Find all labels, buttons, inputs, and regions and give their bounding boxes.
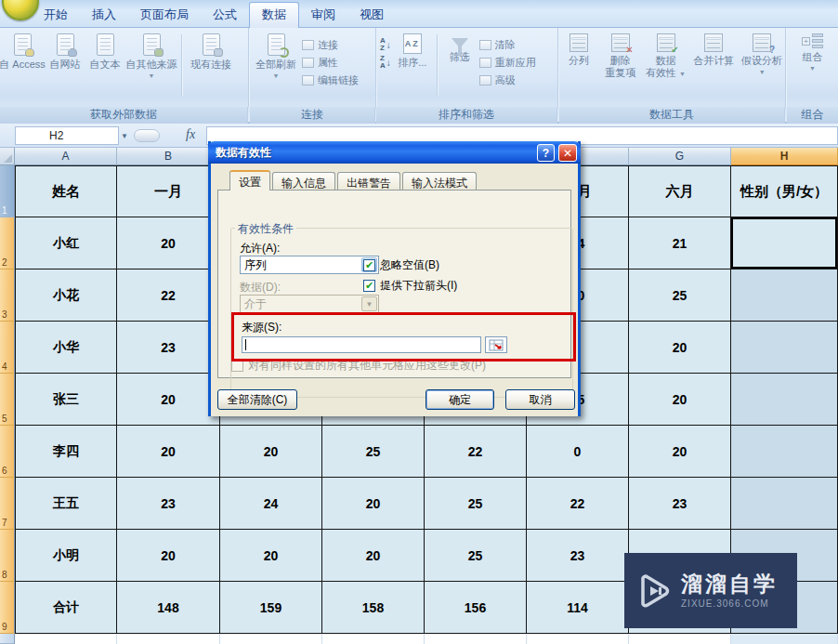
text-to-columns-button[interactable]: 分列	[559, 31, 598, 101]
row-header-8[interactable]: 8	[0, 530, 15, 582]
dialog-tab-ime-mode[interactable]: 输入法模式	[402, 172, 477, 191]
cell-A2[interactable]: 小红	[15, 217, 117, 269]
tab-insert[interactable]: 插入	[80, 3, 128, 28]
dialog-tab-error-alert[interactable]: 出错警告	[337, 172, 400, 191]
dialog-tab-settings[interactable]: 设置	[229, 170, 270, 191]
row-header-4[interactable]: 4	[0, 322, 15, 374]
name-box-dropdown-icon[interactable]: ▼	[121, 132, 128, 140]
cell-A6[interactable]: 李四	[15, 426, 117, 478]
cell-H1[interactable]: 性别（男/女）	[731, 165, 838, 217]
cell-D6[interactable]: 25	[322, 426, 425, 478]
group-button[interactable]: + 组合 ▼	[791, 31, 835, 101]
cell-B3[interactable]: 22	[117, 269, 220, 322]
existing-connections-button[interactable]: 现有连接	[185, 31, 237, 101]
cell-B4[interactable]: 23	[117, 322, 220, 374]
cell-C6[interactable]: 20	[220, 426, 322, 478]
cell-E7[interactable]: 25	[425, 478, 527, 530]
cell-A8[interactable]: 小明	[15, 530, 117, 582]
cell-F8[interactable]: 23	[527, 530, 629, 582]
cell-C7[interactable]: 24	[220, 478, 322, 530]
cell-B8[interactable]: 20	[117, 530, 220, 582]
cell-B7[interactable]: 23	[117, 478, 220, 530]
cell-H7[interactable]	[731, 478, 838, 530]
cell-G4[interactable]: 20	[629, 322, 731, 374]
cell-F7[interactable]: 22	[527, 478, 629, 530]
cell-H2[interactable]	[731, 217, 838, 269]
connections-button[interactable]: 连接	[302, 37, 359, 52]
cell-B10[interactable]	[117, 634, 220, 644]
cell-H5[interactable]	[731, 374, 838, 426]
cell-A7[interactable]: 王五	[15, 478, 117, 530]
from-access-button[interactable]: 自 Access	[0, 31, 45, 101]
cell-G10[interactable]	[629, 634, 731, 644]
row-header-1[interactable]: 1	[0, 165, 15, 217]
col-header-B[interactable]: B	[117, 148, 220, 165]
cell-G7[interactable]: 23	[629, 478, 731, 530]
clear-all-button[interactable]: 全部清除(C)	[217, 389, 297, 410]
cell-G1[interactable]: 六月	[629, 165, 731, 217]
dialog-tab-input-message[interactable]: 输入信息	[272, 172, 335, 191]
cell-E10[interactable]	[425, 634, 527, 644]
cell-F6[interactable]: 0	[527, 426, 629, 478]
cell-C8[interactable]: 20	[220, 530, 322, 582]
properties-button[interactable]: 属性	[302, 55, 359, 70]
tab-data[interactable]: 数据	[249, 2, 299, 28]
col-header-H[interactable]: H	[731, 148, 838, 165]
cell-A1[interactable]: 姓名	[15, 165, 117, 217]
sort-za-button[interactable]: ZA↓	[380, 55, 391, 70]
clear-filter-button[interactable]: 清除	[479, 37, 536, 52]
sort-az-button[interactable]: AZ↓	[380, 37, 391, 52]
tab-review[interactable]: 审阅	[299, 3, 347, 28]
cell-F9[interactable]: 114	[527, 582, 629, 634]
ignore-blank-checkbox[interactable]: ✔ 忽略空值(B)	[363, 257, 439, 273]
tab-home[interactable]: 开始	[32, 3, 80, 28]
cell-G2[interactable]: 21	[629, 217, 731, 269]
refresh-all-button[interactable]: 全部刷新 ▼	[250, 31, 302, 101]
row-header-3[interactable]: 3	[0, 269, 15, 322]
name-box[interactable]: H2	[15, 126, 119, 145]
edit-links-button[interactable]: 编辑链接	[302, 72, 359, 87]
row-header-2[interactable]: 2	[0, 217, 15, 269]
cell-A4[interactable]: 小华	[15, 322, 117, 374]
allow-select[interactable]: 序列 ▼	[240, 256, 379, 274]
cell-H6[interactable]	[731, 426, 838, 478]
col-header-G[interactable]: G	[629, 148, 731, 165]
ok-button[interactable]: 确定	[426, 389, 494, 410]
cell-G5[interactable]: 20	[629, 374, 731, 426]
cell-A5[interactable]: 张三	[15, 374, 117, 426]
cell-F10[interactable]	[527, 634, 629, 644]
row-header-5[interactable]: 5	[0, 374, 15, 426]
advanced-filter-button[interactable]: 高级	[479, 72, 536, 87]
cell-E6[interactable]: 22	[425, 426, 527, 478]
select-all-corner[interactable]	[0, 148, 15, 165]
cell-B9[interactable]: 148	[117, 582, 220, 634]
cell-E9[interactable]: 156	[425, 582, 527, 634]
in-cell-dropdown-checkbox[interactable]: ✔ 提供下拉箭头(I)	[363, 278, 457, 294]
tab-formulas[interactable]: 公式	[201, 3, 249, 28]
from-web-button[interactable]: 自网站	[45, 31, 85, 101]
row-header-7[interactable]: 7	[0, 478, 15, 530]
cell-G3[interactable]: 25	[629, 269, 731, 322]
cell-H4[interactable]	[731, 322, 838, 374]
row-header-9[interactable]: 9	[0, 582, 15, 634]
reapply-button[interactable]: 重新应用	[479, 55, 536, 70]
from-text-button[interactable]: 自文本	[85, 31, 124, 101]
filter-button[interactable]: 筛选	[440, 31, 479, 101]
tab-view[interactable]: 视图	[347, 3, 396, 28]
close-icon[interactable]: ✕	[558, 144, 577, 162]
cell-H3[interactable]	[731, 269, 838, 322]
cell-A3[interactable]: 小花	[15, 269, 117, 322]
cell-B2[interactable]: 20	[117, 217, 220, 269]
remove-duplicates-button[interactable]: ✕ 删除重复项	[598, 31, 643, 101]
cell-D9[interactable]: 158	[322, 582, 425, 634]
cell-H10[interactable]	[731, 634, 838, 644]
help-icon[interactable]: ?	[537, 144, 555, 162]
data-validation-button[interactable]: ✔ 数据有效性 ▼	[643, 31, 689, 101]
cell-A9[interactable]: 合计	[15, 582, 117, 634]
cell-A10[interactable]	[15, 634, 117, 644]
cell-G6[interactable]: 20	[629, 426, 731, 478]
insert-function-icon[interactable]: fx	[186, 127, 195, 142]
cell-D10[interactable]	[322, 634, 425, 644]
col-header-A[interactable]: A	[15, 148, 117, 165]
what-if-analysis-button[interactable]: ? 假设分析 ▼	[739, 31, 785, 101]
